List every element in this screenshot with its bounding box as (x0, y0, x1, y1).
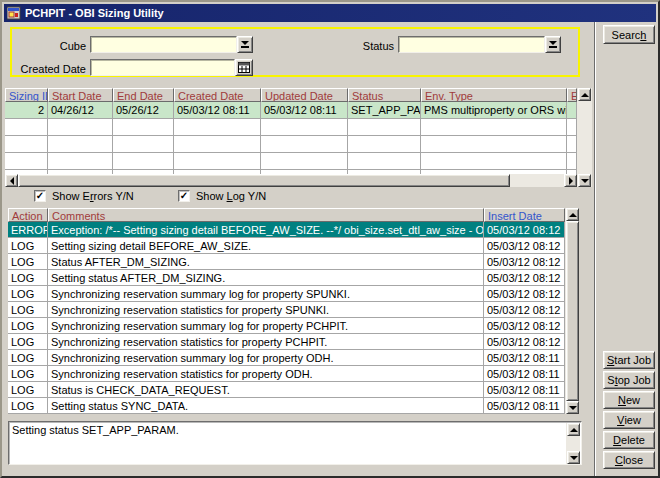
log-grid-cell[interactable]: Status AFTER_DM_SIZING. (48, 254, 484, 270)
log-grid-cell[interactable]: Setting sizing detail BEFORE_AW_SIZE. (48, 238, 484, 254)
log-grid-cell[interactable]: Synchronizing reservation statistics for… (48, 334, 484, 350)
jobs-grid-cell[interactable] (261, 136, 348, 153)
jobs-grid-cell[interactable] (567, 102, 577, 119)
jobs-grid-cell[interactable]: PMS multiproperty or ORS with only i (421, 102, 567, 119)
jobs-grid-empty-row[interactable] (5, 136, 577, 153)
log-grid-cell[interactable]: Synchronizing reservation statistics for… (48, 366, 484, 382)
jobs-grid-cell[interactable]: 05/26/12 (113, 102, 174, 119)
log-grid-row[interactable]: LOGSetting status AFTER_DM_SIZING.05/03/… (8, 270, 565, 286)
jobs-grid-empty-row[interactable] (5, 153, 577, 170)
jobs-grid-cell[interactable] (348, 153, 421, 170)
jobs-grid-cell[interactable] (113, 153, 174, 170)
log-grid-cell[interactable]: Synchronizing reservation statistics for… (48, 302, 484, 318)
jobs-grid-hscrollbar[interactable] (5, 174, 577, 187)
log-grid-cell[interactable]: LOG (8, 270, 48, 286)
jobs-grid-cell[interactable] (5, 119, 48, 136)
jobs-grid-vscrollbar[interactable] (577, 88, 592, 187)
log-grid-cell[interactable]: LOG (8, 238, 48, 254)
jobs-grid-cell[interactable] (48, 153, 113, 170)
search-button[interactable]: Search (603, 25, 655, 44)
log-grid-cell[interactable]: 05/03/12 08:12 (484, 318, 565, 334)
delete-button[interactable]: Delete (603, 431, 655, 449)
log-grid-cell[interactable]: LOG (8, 286, 48, 302)
vscroll-thumb[interactable] (566, 221, 579, 401)
jobs-grid-cell[interactable]: 05/03/12 08:11 (261, 102, 348, 119)
jobs-grid-cell[interactable]: 04/26/12 (48, 102, 113, 119)
jobs-grid-cell[interactable] (174, 153, 261, 170)
log-grid-row[interactable]: LOGSynchronizing reservation statistics … (8, 334, 565, 350)
log-grid-row[interactable]: LOGSynchronizing reservation statistics … (8, 302, 565, 318)
log-grid-cell[interactable]: Synchronizing reservation summary log fo… (48, 318, 484, 334)
log-grid-cell[interactable]: 05/03/12 08:12 (484, 222, 565, 238)
jobs-grid-cell[interactable] (421, 153, 567, 170)
log-grid-row[interactable]: ERRORException: /*-- Setting sizing deta… (8, 222, 565, 238)
log-grid-cell[interactable]: Status is CHECK_DATA_REQUEST. (48, 382, 484, 398)
jobs-grid-empty-row[interactable] (5, 119, 577, 136)
jobs-grid-cell[interactable] (567, 119, 577, 136)
show-log-checkbox[interactable]: ✓ (178, 190, 190, 202)
hscroll-thumb[interactable] (18, 174, 510, 187)
jobs-grid-cell[interactable] (261, 153, 348, 170)
log-grid-row[interactable]: LOGStatus is CHECK_DATA_REQUEST.05/03/12… (8, 382, 565, 398)
detail-text-area[interactable]: Setting status SET_APP_PARAM. (8, 421, 582, 465)
log-grid-cell[interactable]: 05/03/12 08:11 (484, 398, 565, 414)
jobs-grid-cell[interactable] (421, 119, 567, 136)
log-grid-cell[interactable]: LOG (8, 254, 48, 270)
calendar-button[interactable] (235, 59, 253, 76)
log-grid-cell[interactable]: 05/03/12 08:12 (484, 270, 565, 286)
log-grid-cell[interactable]: Synchronizing reservation summary log fo… (48, 350, 484, 366)
scroll-up-button[interactable] (566, 208, 579, 221)
log-grid-cell[interactable]: Synchronizing reservation summary log fo… (48, 286, 484, 302)
start-job-button[interactable]: Start Job (603, 351, 655, 369)
log-grid-row[interactable]: LOGSetting sizing detail BEFORE_AW_SIZE.… (8, 238, 565, 254)
scroll-up-button[interactable] (567, 423, 580, 436)
log-grid-cell[interactable]: 05/03/12 08:12 (484, 286, 565, 302)
log-grid-cell[interactable]: 05/03/12 08:12 (484, 302, 565, 318)
new-button[interactable]: New (603, 391, 655, 409)
scroll-right-button[interactable] (564, 174, 577, 187)
jobs-grid-cell[interactable] (48, 136, 113, 153)
status-dropdown-button[interactable] (545, 36, 561, 53)
log-grid-cell[interactable]: 05/03/12 08:11 (484, 382, 565, 398)
scroll-down-button[interactable] (578, 174, 591, 187)
log-grid-cell[interactable]: 05/03/12 08:12 (484, 334, 565, 350)
log-grid-cell[interactable]: Exception: /*-- Setting sizing detail BE… (48, 222, 484, 238)
show-errors-checkbox[interactable]: ✓ (34, 190, 46, 202)
log-grid-cell[interactable]: LOG (8, 366, 48, 382)
scroll-left-button[interactable] (5, 174, 18, 187)
jobs-grid-cell[interactable] (261, 119, 348, 136)
log-grid-row[interactable]: LOGSynchronizing reservation summary log… (8, 318, 565, 334)
log-grid-cell[interactable]: Setting status AFTER_DM_SIZING. (48, 270, 484, 286)
log-grid-cell[interactable]: 05/03/12 08:11 (484, 350, 565, 366)
jobs-grid-cell[interactable] (48, 119, 113, 136)
log-grid-cell[interactable]: LOG (8, 318, 48, 334)
log-grid-cell[interactable]: LOG (8, 382, 48, 398)
jobs-grid-cell[interactable] (113, 136, 174, 153)
log-grid-row[interactable]: LOGStatus AFTER_DM_SIZING.05/03/12 08:12 (8, 254, 565, 270)
cube-input[interactable] (90, 36, 237, 53)
scroll-up-button[interactable] (578, 88, 591, 101)
close-button[interactable]: Close (603, 451, 655, 469)
log-grid-row[interactable]: LOGSynchronizing reservation statistics … (8, 366, 565, 382)
jobs-grid-cell[interactable] (174, 136, 261, 153)
log-grid-cell[interactable]: 05/03/12 08:12 (484, 238, 565, 254)
jobs-grid-cell[interactable] (113, 119, 174, 136)
log-grid-cell[interactable]: 05/03/12 08:11 (484, 366, 565, 382)
jobs-grid-cell[interactable]: SET_APP_PARAM (348, 102, 421, 119)
log-grid-cell[interactable]: LOG (8, 302, 48, 318)
log-grid-row[interactable]: LOGSynchronizing reservation summary log… (8, 286, 565, 302)
jobs-grid-cell[interactable] (567, 153, 577, 170)
jobs-grid-cell[interactable]: 2 (5, 102, 48, 119)
jobs-grid-row[interactable]: 204/26/1205/26/1205/03/12 08:1105/03/12 … (5, 102, 577, 119)
jobs-grid-cell[interactable]: 05/03/12 08:11 (174, 102, 261, 119)
view-button[interactable]: View (603, 411, 655, 429)
jobs-grid-cell[interactable] (174, 119, 261, 136)
jobs-grid-cell[interactable] (348, 119, 421, 136)
detail-vscrollbar[interactable] (566, 423, 580, 464)
jobs-grid-cell[interactable] (5, 153, 48, 170)
jobs-grid-cell[interactable] (567, 136, 577, 153)
log-grid-vscrollbar[interactable] (565, 208, 579, 414)
log-grid-row[interactable]: LOGSetting status SYNC_DATA.05/03/12 08:… (8, 398, 565, 414)
cube-dropdown-button[interactable] (237, 36, 253, 53)
created-date-input[interactable] (90, 59, 235, 76)
